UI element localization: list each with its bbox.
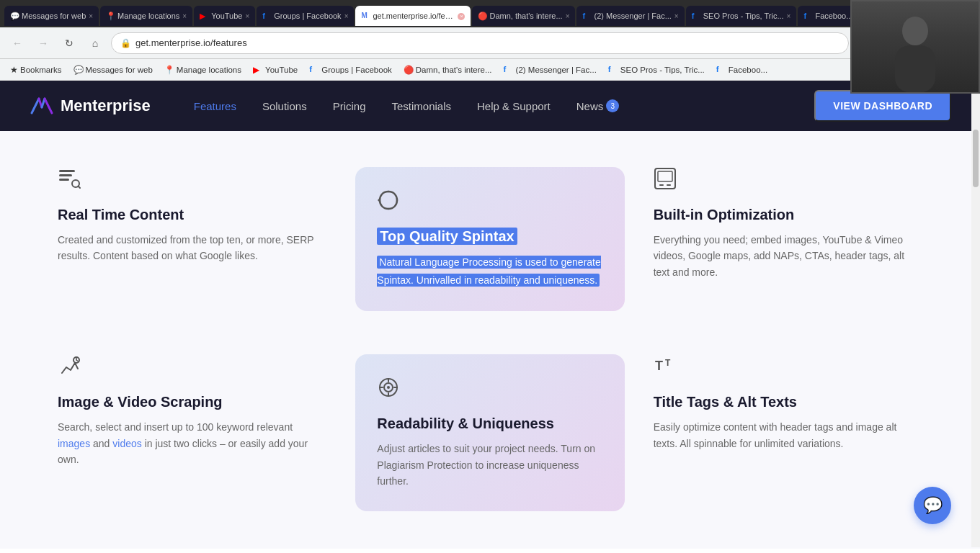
nav-links: Features Solutions Pricing Testimonials …: [194, 99, 815, 112]
svg-rect-14: [667, 184, 671, 186]
images-link[interactable]: images: [58, 438, 90, 449]
tab-favicon-messages: 💬: [10, 12, 19, 20]
optimization-title: Built-in Optimization: [654, 207, 922, 223]
feature-image-video-scraping: Image & Video Scraping Search, select an…: [58, 354, 326, 511]
spintax-desc: Natural Language Processing is used to g…: [377, 253, 602, 289]
bookmark-youtube[interactable]: ▶ YouTube: [249, 63, 302, 76]
scraping-desc: Search, select and insert up to 100 keyw…: [58, 419, 326, 467]
browser-chrome: 💬 Messages for web × 📍 Manage locations …: [0, 0, 980, 81]
bookmark-favicon-fb2: f: [716, 65, 726, 75]
nav-pricing[interactable]: Pricing: [333, 100, 366, 112]
tab-label-damn: Damn, that's intere...: [489, 12, 562, 20]
nav-news[interactable]: News 3: [576, 99, 620, 112]
tab-favicon-facebook2: f: [803, 12, 812, 20]
nav-solutions[interactable]: Solutions: [262, 100, 307, 112]
bookmark-text-fbgroups: Groups | Facebook: [321, 66, 392, 74]
bookmark-manage[interactable]: 📍 Manage locations: [160, 63, 246, 76]
logo[interactable]: Menterprise: [29, 93, 151, 119]
scrollbar-thumb[interactable]: [973, 130, 979, 187]
optimization-icon: [654, 167, 922, 195]
bookmark-favicon-messages: 💬: [74, 65, 84, 75]
tab-close-facebook[interactable]: ×: [344, 12, 349, 20]
address-bar[interactable]: 🔒 get.menterprise.io/features: [111, 32, 849, 54]
tab-label-facebook2: Faceboo...: [815, 12, 852, 20]
bookmark-favicon-damn: 🔴: [404, 65, 414, 75]
navbar: Menterprise Features Solutions Pricing T…: [0, 81, 980, 131]
main-content: Real Time Content Created and customized…: [0, 131, 980, 549]
bookmark-text-damn: Damn, that's intere...: [416, 66, 492, 74]
tab-label-menterprise: get.menterprise.io/features: [373, 12, 455, 20]
feature-built-in-optimization: Built-in Optimization Everything you nee…: [654, 167, 922, 311]
nav-testimonials[interactable]: Testimonials: [392, 100, 452, 112]
tab-favicon-seo: f: [692, 12, 700, 20]
tab-close-manage[interactable]: ×: [182, 12, 187, 20]
tab-close-damn[interactable]: ×: [566, 12, 570, 20]
nav-features[interactable]: Features: [194, 100, 236, 112]
bookmark-favicon-manage: 📍: [164, 65, 174, 75]
bookmark-favicon-fbgroups: f: [309, 65, 319, 75]
bookmark-fbgroups[interactable]: f Groups | Facebook: [305, 63, 396, 76]
tab-label-seo: SEO Pros - Tips, Tric...: [703, 12, 784, 20]
svg-marker-10: [378, 198, 380, 202]
tab-close-youtube[interactable]: ×: [245, 12, 249, 20]
tab-close-active[interactable]: ×: [458, 12, 465, 20]
bookmark-messenger2[interactable]: f (2) Messenger | Fac...: [499, 63, 601, 76]
readability-icon: [377, 376, 602, 404]
feature-readability-uniqueness: Readability & Uniqueness Adjust articles…: [355, 354, 624, 511]
svg-text:T: T: [665, 358, 671, 368]
tab-favicon-messenger: f: [582, 12, 591, 20]
title-tags-icon: T T: [654, 354, 922, 382]
bookmark-text-seo: SEO Pros - Tips, Tric...: [620, 66, 705, 74]
tab-seo-pros[interactable]: f SEO Pros - Tips, Tric... ×: [686, 6, 797, 26]
forward-button[interactable]: →: [33, 33, 53, 53]
webcam-overlay: [850, 0, 980, 94]
tab-messenger[interactable]: f (2) Messenger | Fac... ×: [576, 6, 684, 26]
tab-close-messenger[interactable]: ×: [674, 12, 679, 20]
tab-youtube[interactable]: ▶ YouTube ×: [194, 6, 255, 26]
view-dashboard-button[interactable]: VIEW DASHBOARD: [814, 90, 951, 122]
tab-damn[interactable]: 🔴 Damn, that's intere... ×: [472, 6, 575, 26]
tab-label-facebook: Groups | Facebook: [274, 12, 341, 20]
bookmark-damn[interactable]: 🔴 Damn, that's intere...: [399, 63, 496, 76]
bookmark-text-manage: Manage locations: [177, 66, 241, 74]
bookmark-messages[interactable]: 💬 Messages for web: [69, 63, 157, 76]
tab-facebook-groups[interactable]: f Groups | Facebook ×: [257, 6, 354, 26]
real-time-content-desc: Created and customized from the top ten,…: [58, 232, 326, 264]
bookmark-favicon-messenger2: f: [504, 65, 514, 75]
webcam-feed: [852, 1, 979, 92]
browser-toolbar: ← → ↻ ⌂ 🔒 get.menterprise.io/features ☆ …: [0, 27, 980, 59]
nav-help[interactable]: Help & Support: [477, 100, 551, 112]
bookmark-star-icon2: ★: [10, 65, 18, 75]
bookmark-label: Bookmarks: [20, 66, 62, 74]
tab-close-seo[interactable]: ×: [787, 12, 791, 20]
tab-close-messages[interactable]: ×: [89, 12, 93, 20]
feature-title-tags: T T Title Tags & Alt Texts Easily optimi…: [654, 354, 922, 511]
tab-favicon-youtube: ▶: [200, 12, 208, 20]
spintax-title: Top Quality Spintax: [377, 228, 602, 245]
home-button[interactable]: ⌂: [85, 33, 105, 53]
refresh-button[interactable]: ↻: [59, 33, 79, 53]
address-text: get.menterprise.io/features: [135, 37, 839, 48]
tab-favicon-facebook: f: [262, 12, 271, 20]
bookmark-favicon-yt: ▶: [253, 65, 263, 75]
readability-desc: Adjust articles to suit your project nee…: [377, 441, 602, 489]
svg-line-17: [76, 360, 78, 361]
chat-widget[interactable]: 💬: [914, 487, 951, 524]
svg-rect-5: [59, 170, 75, 172]
readability-title: Readability & Uniqueness: [377, 415, 602, 432]
scraping-icon: [58, 354, 326, 382]
tab-manage[interactable]: 📍 Manage locations ×: [100, 6, 192, 26]
browser-tabs: 💬 Messages for web × 📍 Manage locations …: [0, 0, 980, 27]
svg-point-27: [902, 17, 928, 45]
back-button[interactable]: ←: [7, 33, 27, 53]
bookmark-seo[interactable]: f SEO Pros - Tips, Tric...: [604, 63, 709, 76]
real-time-content-icon: [58, 167, 326, 195]
bookmark-bookmarks[interactable]: ★ Bookmarks: [6, 63, 66, 76]
bookmark-fb2[interactable]: f Faceboo...: [712, 63, 772, 76]
videos-link[interactable]: videos: [112, 438, 141, 449]
svg-text:T: T: [655, 359, 663, 373]
website: Menterprise Features Solutions Pricing T…: [0, 81, 980, 549]
bookmark-text-messenger2: (2) Messenger | Fac...: [516, 66, 597, 74]
tab-menterprise[interactable]: M get.menterprise.io/features ×: [355, 6, 471, 26]
tab-messages[interactable]: 💬 Messages for web ×: [4, 6, 99, 26]
